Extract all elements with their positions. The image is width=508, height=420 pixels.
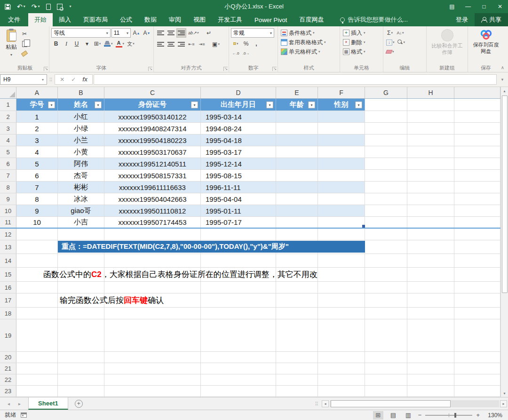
ribbon-tab-1[interactable]: 开始 xyxy=(28,13,53,26)
cell-F15[interactable] xyxy=(318,268,365,281)
row-header-4[interactable]: 4 xyxy=(0,135,16,146)
cell-X6[interactable] xyxy=(454,158,500,169)
insert-function-icon[interactable]: fx xyxy=(82,76,87,83)
cell-G1[interactable] xyxy=(365,99,407,111)
cell-A2[interactable]: 1 xyxy=(16,111,58,122)
cell-A12[interactable] xyxy=(16,229,58,240)
next-sheet-icon[interactable]: ▸ xyxy=(18,401,21,406)
hscroll-left-icon[interactable]: ◂ xyxy=(322,400,329,407)
cell-B8[interactable]: 彬彬 xyxy=(58,182,104,193)
formula-bar-handle[interactable]: ⁞⁞ xyxy=(47,77,55,82)
cell-H1[interactable] xyxy=(407,99,454,111)
column-header-D[interactable]: D xyxy=(201,87,276,98)
formula-input[interactable] xyxy=(94,74,497,85)
column-header-B[interactable]: B xyxy=(58,87,104,98)
row-header-6[interactable]: 6 xyxy=(0,158,16,169)
autosum-button[interactable]: Σ▾ xyxy=(385,28,395,38)
filter-button-B[interactable]: ▾ xyxy=(95,101,102,108)
cell-H9[interactable] xyxy=(407,193,454,205)
hscroll-track[interactable] xyxy=(330,400,499,407)
cell-A17[interactable] xyxy=(16,293,58,307)
row-header-2[interactable]: 2 xyxy=(0,111,16,122)
share-button[interactable]: 共享 xyxy=(475,13,508,26)
scroll-up-icon[interactable]: ▴ xyxy=(501,87,508,95)
row-header-22[interactable]: 22 xyxy=(0,374,16,385)
increase-font-button[interactable]: A▲ xyxy=(132,28,141,38)
align-bottom-button[interactable] xyxy=(176,28,186,38)
cell-E20[interactable] xyxy=(276,352,318,363)
wrap-text-button[interactable]: ↵ xyxy=(204,28,214,38)
cell-D17[interactable] xyxy=(201,293,276,307)
zoom-in-icon[interactable]: + xyxy=(476,412,480,419)
cell-H11[interactable] xyxy=(407,217,454,228)
row-header-16[interactable]: 16 xyxy=(0,282,16,293)
underline-dropdown-icon[interactable]: ▾ xyxy=(82,39,92,48)
sheet-tab-sheet1[interactable]: Sheet1 xyxy=(28,397,68,410)
cell-E19[interactable] xyxy=(276,319,318,351)
cell-C22[interactable] xyxy=(104,374,201,385)
cell-H12[interactable] xyxy=(407,229,454,240)
cell-D12[interactable] xyxy=(201,229,276,240)
align-right-button[interactable] xyxy=(176,40,186,49)
sort-filter-button[interactable]: A↓▾ xyxy=(396,28,405,38)
cell-A8[interactable]: 7 xyxy=(16,182,58,193)
cell-E21[interactable] xyxy=(276,363,318,374)
cell-D11[interactable]: 1995-07-17 xyxy=(201,217,276,228)
column-header-E[interactable]: E xyxy=(276,87,318,98)
scroll-down-icon[interactable]: ▾ xyxy=(501,389,508,397)
cell-F22[interactable] xyxy=(318,374,365,385)
cell-A23[interactable] xyxy=(16,386,58,396)
fill-button[interactable]: ↓▾ xyxy=(385,38,396,47)
cell-X19[interactable] xyxy=(454,319,500,351)
collapse-ribbon-icon[interactable]: ∧ xyxy=(501,65,504,70)
normal-view-button[interactable]: ⊞ xyxy=(373,411,383,420)
cell-A11[interactable]: 10 xyxy=(16,217,58,228)
cell-A7[interactable]: 6 xyxy=(16,170,58,181)
cell-X1[interactable] xyxy=(454,99,500,111)
conditional-formatting-button[interactable]: 条件格式▾ xyxy=(280,28,338,38)
italic-button[interactable]: I xyxy=(62,39,71,48)
cell-X21[interactable] xyxy=(454,363,500,374)
format-cells-button[interactable]: ▦格式▾ xyxy=(342,47,381,56)
cell-E11[interactable] xyxy=(276,217,318,228)
cell-A13[interactable] xyxy=(16,240,58,254)
cell-G5[interactable] xyxy=(365,146,407,158)
cell-E17[interactable] xyxy=(276,293,318,307)
borders-button[interactable]: ⊞▾ xyxy=(93,39,102,48)
cell-C12[interactable] xyxy=(104,229,201,240)
cell-H14[interactable] xyxy=(407,254,454,267)
delete-cells-button[interactable]: ×删除▾ xyxy=(342,38,381,47)
comma-style-button[interactable]: , xyxy=(252,39,261,48)
ribbon-tab-5[interactable]: 数据 xyxy=(138,13,163,26)
cell-D18[interactable] xyxy=(201,308,276,319)
cell-H23[interactable] xyxy=(407,386,454,396)
cell-F2[interactable] xyxy=(318,111,365,122)
ribbon-tab-file[interactable]: 文件 xyxy=(0,13,28,26)
row-header-23[interactable]: 23 xyxy=(0,386,16,396)
cell-C19[interactable] xyxy=(104,319,201,351)
decrease-font-button[interactable]: A▼ xyxy=(142,28,151,38)
cell-F4[interactable] xyxy=(318,135,365,146)
cell-C11[interactable]: xxxxxx199507174453 xyxy=(104,217,201,228)
cell-H16[interactable] xyxy=(407,282,454,293)
cell-H7[interactable] xyxy=(407,170,454,181)
cell-A19[interactable] xyxy=(16,319,58,351)
row-header-21[interactable]: 21 xyxy=(0,363,16,374)
font-dialog-launcher-icon[interactable]: ↘ xyxy=(148,67,152,71)
cell-H17[interactable] xyxy=(407,293,454,307)
align-center-button[interactable] xyxy=(166,40,175,49)
cell-F21[interactable] xyxy=(318,363,365,374)
clipboard-dialog-launcher-icon[interactable]: ↘ xyxy=(44,67,48,71)
horizontal-scroll-thumb[interactable] xyxy=(331,400,451,407)
zoom-slider[interactable] xyxy=(425,415,472,416)
cell-E9[interactable] xyxy=(276,193,318,205)
cell-A18[interactable] xyxy=(16,308,58,319)
ribbon-tab-6[interactable]: 审阅 xyxy=(163,13,187,26)
row-header-5[interactable]: 5 xyxy=(0,146,16,158)
expand-formula-bar-icon[interactable]: ▾ xyxy=(497,77,508,82)
cell-B9[interactable]: 冰冰 xyxy=(58,193,104,205)
cell-X20[interactable] xyxy=(454,352,500,363)
cell-H21[interactable] xyxy=(407,363,454,374)
cell-E12[interactable] xyxy=(276,229,318,240)
cell-G15[interactable] xyxy=(365,268,407,281)
